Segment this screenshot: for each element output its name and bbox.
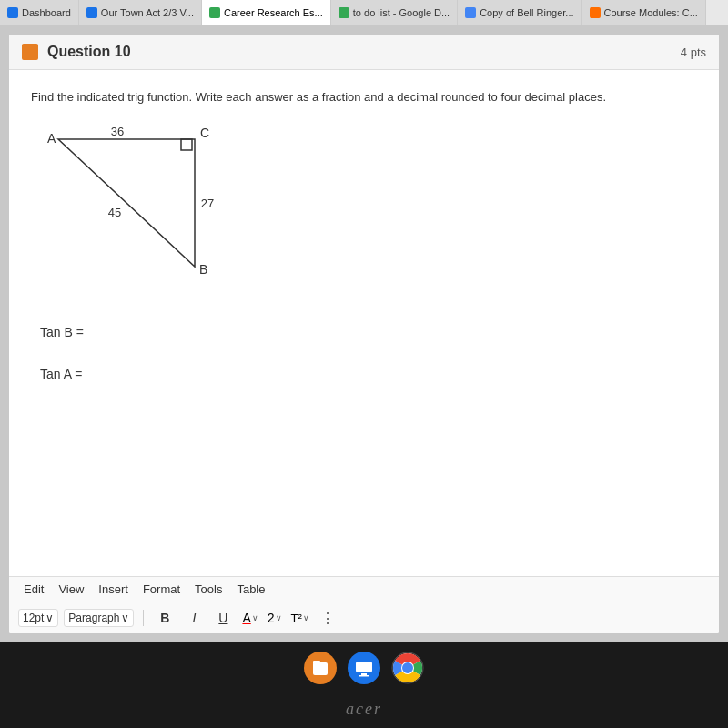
bold-button[interactable]: B <box>153 606 177 630</box>
tan-a-label: Tan A = <box>40 367 697 381</box>
tab-ourtown[interactable]: Our Town Act 2/3 V... <box>79 0 202 25</box>
chrome-icon[interactable] <box>391 652 424 684</box>
answer-section: Tan B = Tan A = <box>31 325 697 381</box>
menu-format[interactable]: Format <box>137 581 186 598</box>
vertex-b-label: B <box>199 262 207 277</box>
toolbar-divider-1 <box>143 610 144 626</box>
italic-button[interactable]: I <box>182 606 206 630</box>
main-content: Question 10 4 pts Find the indicated tri… <box>0 25 728 642</box>
question-header-left: Question 10 <box>22 44 131 60</box>
svg-rect-3 <box>313 661 320 664</box>
points-label: 4 pts <box>681 46 706 59</box>
triangle-diagram: A C B 36 45 27 <box>40 121 697 307</box>
media-icon[interactable] <box>348 652 380 684</box>
paragraph-style-arrow: ∨ <box>121 612 129 624</box>
chrome-svg <box>391 652 424 684</box>
browser-tabs: Dashboard Our Town Act 2/3 V... Career R… <box>0 0 728 25</box>
side-bc-label: 27 <box>201 197 214 210</box>
tab-icon-todo <box>339 7 349 18</box>
vertex-c-label: C <box>200 126 209 140</box>
menu-view[interactable]: View <box>53 581 89 598</box>
paragraph-style-select[interactable]: Paragraph ∨ <box>64 609 134 627</box>
font-color-label: A <box>242 611 250 625</box>
question-indicator <box>22 44 38 60</box>
question-title: Question 10 <box>47 44 131 60</box>
menu-insert[interactable]: Insert <box>93 581 134 598</box>
vertex-a-label: A <box>47 131 56 146</box>
highlight-label: 2 <box>268 611 275 625</box>
taskbar <box>304 642 424 693</box>
question-header: Question 10 4 pts <box>9 35 719 70</box>
tab-icon-career <box>209 7 220 18</box>
font-size-value: 12pt <box>23 612 44 624</box>
format-toolbar: 12pt ∨ Paragraph ∨ B I U A ∨ 2 ∨ <box>9 602 719 633</box>
side-ac-label: 36 <box>111 125 124 138</box>
svg-rect-1 <box>181 139 192 150</box>
svg-rect-6 <box>359 675 369 677</box>
tab-icon-bellringer <box>465 7 476 18</box>
more-options-button[interactable]: ⋮ <box>320 610 335 627</box>
tab-icon-ourtown <box>86 7 97 18</box>
superscript-dropdown[interactable]: T² ∨ <box>289 610 311 627</box>
tab-bellringer[interactable]: Copy of Bell Ringer... <box>458 0 581 25</box>
tab-course[interactable]: Course Modules: C... <box>582 0 706 25</box>
font-size-arrow: ∨ <box>46 612 54 624</box>
menu-edit[interactable]: Edit <box>18 581 49 598</box>
svg-rect-4 <box>356 662 372 672</box>
svg-marker-0 <box>58 139 195 267</box>
highlight-dropdown[interactable]: 2 ∨ <box>266 609 284 627</box>
svg-rect-5 <box>361 673 367 675</box>
tab-icon-dashboard <box>7 7 18 18</box>
svg-rect-2 <box>313 662 328 675</box>
taskbar-area: acer <box>0 642 728 728</box>
media-svg <box>354 658 374 678</box>
tab-career[interactable]: Career Research Es... <box>202 0 331 25</box>
tab-icon-course <box>590 7 601 18</box>
question-instructions: Find the indicated trig function. Write … <box>31 88 697 106</box>
tab-label-career: Career Research Es... <box>224 7 323 18</box>
tab-todo[interactable]: to do list - Google D... <box>331 0 458 25</box>
menu-table[interactable]: Table <box>231 581 270 598</box>
tab-dashboard[interactable]: Dashboard <box>0 0 79 25</box>
toolbar-container: Edit View Insert Format Tools Table 12pt… <box>9 576 719 633</box>
question-card: Question 10 4 pts Find the indicated tri… <box>9 35 719 633</box>
tab-label-todo: to do list - Google D... <box>353 7 450 18</box>
tab-label-bellringer: Copy of Bell Ringer... <box>480 7 573 18</box>
files-icon[interactable] <box>304 652 337 684</box>
highlight-arrow: ∨ <box>276 613 282 622</box>
font-color-dropdown[interactable]: A ∨ <box>240 609 259 627</box>
tab-label-dashboard: Dashboard <box>22 7 71 18</box>
svg-point-10 <box>402 662 413 673</box>
tab-label-course: Course Modules: C... <box>604 7 698 18</box>
font-size-select[interactable]: 12pt ∨ <box>18 609 58 627</box>
menu-bar: Edit View Insert Format Tools Table <box>9 577 719 602</box>
side-ab-label: 45 <box>108 206 121 219</box>
acer-logo: acer <box>0 700 728 719</box>
font-color-arrow: ∨ <box>252 613 258 622</box>
question-body: Find the indicated trig function. Write … <box>9 70 719 576</box>
menu-tools[interactable]: Tools <box>189 581 228 598</box>
files-svg <box>310 658 330 678</box>
tan-b-label: Tan B = <box>40 325 697 339</box>
tab-label-ourtown: Our Town Act 2/3 V... <box>101 7 194 18</box>
paragraph-style-value: Paragraph <box>68 612 119 624</box>
superscript-arrow: ∨ <box>303 613 309 622</box>
superscript-label: T² <box>291 612 302 625</box>
underline-button[interactable]: U <box>211 606 235 630</box>
triangle-svg: A C B 36 45 27 <box>40 121 240 303</box>
